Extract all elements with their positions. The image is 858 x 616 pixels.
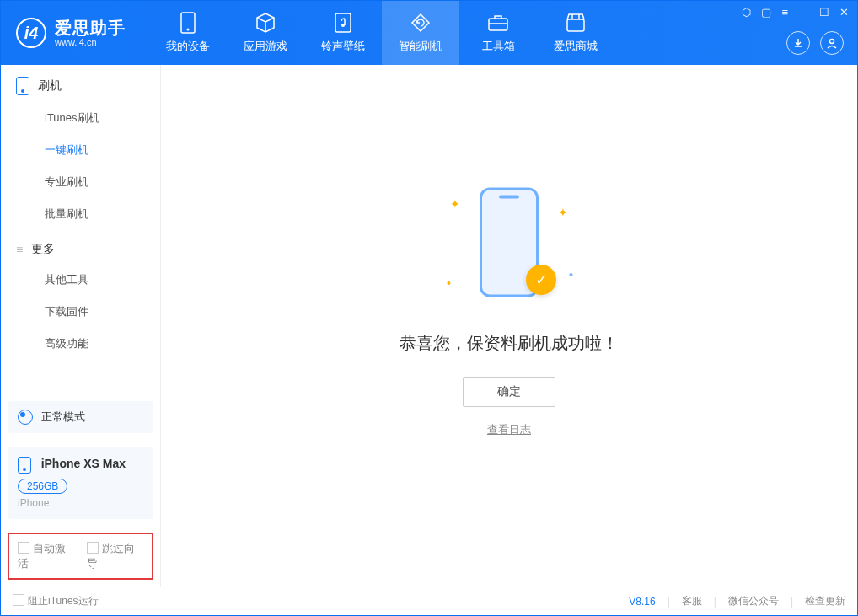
nav-label: 应用游戏 [244, 39, 287, 54]
sparkle-icon: • [447, 276, 451, 290]
toolbox-icon [487, 12, 509, 34]
shirt-icon[interactable]: ⬡ [742, 6, 751, 19]
view-log-link[interactable]: 查看日志 [487, 422, 531, 437]
section-title: 更多 [31, 242, 55, 257]
footer-link-wechat[interactable]: 微信公众号 [728, 594, 779, 608]
success-message: 恭喜您，保资料刷机成功啦！ [400, 332, 619, 355]
footer: 阻止iTunes运行 V8.16 | 客服 | 微信公众号 | 检查更新 [1, 587, 857, 615]
maximize-button[interactable]: ☐ [819, 6, 829, 19]
device-icon [18, 457, 31, 474]
sidebar: 刷机 iTunes刷机 一键刷机 专业刷机 批量刷机 ≡ 更多 其他工具 下载固… [1, 65, 161, 587]
nav-store[interactable]: 爱思商城 [537, 1, 614, 65]
device-card[interactable]: iPhone XS Max 256GB iPhone [8, 447, 153, 519]
check-badge-icon: ✓ [526, 265, 556, 295]
nav-label: 工具箱 [482, 39, 515, 54]
footer-link-support[interactable]: 客服 [682, 594, 702, 608]
app-title: 爱思助手 [55, 19, 126, 37]
sidebar-item-oneclick-flash[interactable]: 一键刷机 [1, 134, 160, 166]
options-highlight: 自动激活 跳过向导 [8, 533, 153, 580]
sidebar-section-flash: 刷机 [1, 65, 160, 102]
nav-label: 我的设备 [166, 39, 210, 54]
refresh-icon [410, 12, 432, 34]
device-storage: 256GB [18, 479, 67, 494]
svg-rect-4 [489, 19, 507, 30]
sidebar-section-more: ≡ 更多 [1, 230, 160, 264]
app-url: www.i4.cn [55, 37, 126, 47]
logo-icon: i4 [16, 18, 46, 48]
window-controls: ⬡ ▢ ≡ — ☐ ✕ [742, 6, 849, 19]
success-illustration: ✦ ✦ • • ✓ [442, 180, 576, 315]
sparkle-icon: ✦ [450, 197, 460, 211]
device-icon [177, 12, 199, 34]
list-icon: ≡ [16, 243, 23, 256]
download-button[interactable] [786, 31, 810, 55]
nav-label: 智能刷机 [399, 39, 442, 54]
skip-guide-checkbox[interactable]: 跳过向导 [87, 541, 144, 571]
nav-ringtones[interactable]: 铃声壁纸 [304, 1, 382, 65]
sparkle-icon: ✦ [558, 206, 568, 219]
sidebar-item-pro-flash[interactable]: 专业刷机 [1, 166, 160, 198]
nav-label: 爱思商城 [554, 39, 598, 54]
sidebar-item-download-firmware[interactable]: 下载固件 [1, 296, 160, 328]
nav-label: 铃声壁纸 [321, 39, 365, 54]
svg-point-1 [187, 29, 190, 31]
nav-smart-flash[interactable]: 智能刷机 [382, 1, 459, 65]
ok-button[interactable]: 确定 [463, 377, 555, 407]
cube-icon [255, 12, 276, 34]
main-nav: 我的设备 应用游戏 铃声壁纸 智能刷机 工具箱 爱思商城 [149, 1, 614, 65]
footer-link-update[interactable]: 检查更新 [805, 594, 845, 608]
app-header: i4 爱思助手 www.i4.cn 我的设备 应用游戏 铃声壁纸 智能刷机 工具… [1, 1, 857, 65]
header-actions [786, 31, 844, 55]
svg-point-6 [830, 40, 834, 44]
block-itunes-checkbox[interactable]: 阻止iTunes运行 [13, 594, 99, 608]
nav-apps-games[interactable]: 应用游戏 [227, 1, 304, 65]
close-button[interactable]: ✕ [839, 6, 849, 19]
sidebar-item-batch-flash[interactable]: 批量刷机 [1, 198, 160, 230]
sparkle-icon: • [569, 268, 573, 281]
section-title: 刷机 [38, 78, 62, 94]
mode-icon [18, 410, 33, 425]
nav-toolbox[interactable]: 工具箱 [459, 1, 537, 65]
svg-rect-5 [567, 19, 584, 31]
app-logo: i4 爱思助手 www.i4.cn [1, 18, 141, 48]
main-content: ✦ ✦ • • ✓ 恭喜您，保资料刷机成功啦！ 确定 查看日志 [161, 65, 857, 587]
sidebar-item-advanced[interactable]: 高级功能 [1, 328, 160, 360]
svg-rect-2 [335, 13, 351, 32]
version-label: V8.16 [629, 596, 655, 608]
sidebar-item-other-tools[interactable]: 其他工具 [1, 264, 160, 296]
auto-activate-checkbox[interactable]: 自动激活 [18, 541, 75, 571]
mode-card[interactable]: 正常模式 [8, 401, 153, 433]
device-name: iPhone XS Max [41, 457, 126, 470]
mode-label: 正常模式 [41, 410, 85, 425]
svg-point-3 [341, 24, 345, 27]
music-icon [332, 12, 354, 34]
user-button[interactable] [820, 31, 844, 55]
feedback-icon[interactable]: ▢ [761, 6, 771, 19]
sidebar-item-itunes-flash[interactable]: iTunes刷机 [1, 102, 160, 134]
menu-icon[interactable]: ≡ [781, 6, 788, 19]
phone-icon [16, 77, 29, 95]
nav-my-device[interactable]: 我的设备 [149, 1, 227, 65]
device-type: iPhone [18, 497, 143, 509]
store-icon [565, 12, 587, 34]
minimize-button[interactable]: — [798, 6, 809, 19]
